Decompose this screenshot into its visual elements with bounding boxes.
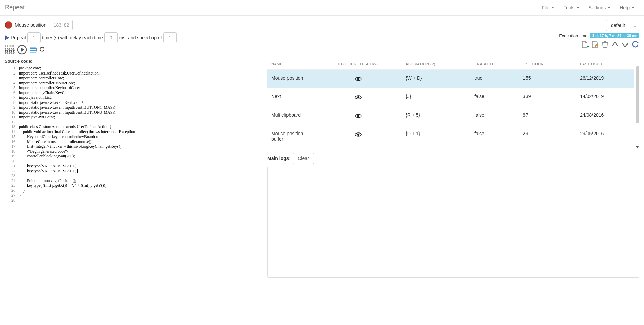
play-icon[interactable] xyxy=(5,35,9,40)
svg-marker-16 xyxy=(637,41,639,44)
tasks-panel: NAME ID (CLICK TO SHOW) ACTIVATION (?) E… xyxy=(267,59,639,278)
default-profile-button[interactable]: default xyxy=(606,20,630,31)
eye-icon[interactable] xyxy=(354,94,362,101)
clear-logs-button[interactable]: Clear xyxy=(293,153,314,164)
svg-marker-0 xyxy=(5,22,12,28)
content-split: Source code: 123456789101112131415161718… xyxy=(5,59,639,278)
default-profile-dropdown[interactable] xyxy=(630,20,639,31)
menu-file-label: File xyxy=(542,5,549,10)
cell-activation: {D + 1} xyxy=(402,125,470,147)
caret-down-icon xyxy=(577,7,579,8)
svg-point-18 xyxy=(357,96,359,98)
ms-label: ms, and speed up of xyxy=(119,35,162,40)
cell-use-count: 29 xyxy=(519,125,576,147)
menu-help[interactable]: Help xyxy=(615,5,639,10)
repeat-count-input[interactable] xyxy=(27,32,41,43)
cell-name: Mult clipboard xyxy=(267,107,314,125)
navbar: Repeat File Tools Settings Help xyxy=(0,0,644,16)
table-row[interactable]: Mouse position{W + D}true15526/12/2019 xyxy=(267,70,634,88)
exec-time-row: Execution time: 1 d, 17 h, 7 m, 57 s, 38… xyxy=(559,33,639,38)
cell-activation: {R + 5} xyxy=(402,107,470,125)
cell-id[interactable] xyxy=(314,70,402,88)
mouse-position-label: Mouse position: xyxy=(15,22,48,28)
eye-icon[interactable] xyxy=(354,75,362,83)
table-row[interactable]: Mult clipboard{R + 5}false8724/08/2016 xyxy=(267,107,634,125)
menu-file[interactable]: File xyxy=(537,5,559,10)
svg-marker-1 xyxy=(5,36,9,40)
table-row[interactable]: Next{J}false33914/02/2019 xyxy=(267,88,634,107)
cell-name: Next xyxy=(267,88,314,107)
code-body[interactable]: package core;import core.userDefinedTask… xyxy=(18,66,261,203)
exec-time-label: Execution time: xyxy=(559,33,589,38)
exec-time-badge: 1 d, 17 h, 7 m, 57 s, 38 ms xyxy=(590,33,639,38)
svg-marker-14 xyxy=(612,42,618,46)
task-table: NAME ID (CLICK TO SHOW) ACTIVATION (?) E… xyxy=(267,59,634,147)
cell-use-count: 87 xyxy=(519,107,576,125)
cell-id[interactable] xyxy=(314,107,402,125)
svg-rect-6 xyxy=(30,50,36,51)
cell-enabled: false xyxy=(470,125,519,147)
task-toolbar: + xyxy=(581,40,639,49)
col-use-count: USE COUNT xyxy=(519,59,576,70)
col-activation: ACTIVATION (?) xyxy=(402,59,470,70)
edit-task-icon[interactable] xyxy=(591,40,599,49)
caret-down-icon xyxy=(608,7,610,8)
compile-run-icon[interactable] xyxy=(17,45,27,55)
table-header-row: NAME ID (CLICK TO SHOW) ACTIVATION (?) E… xyxy=(267,59,634,70)
svg-marker-9 xyxy=(43,47,44,49)
mouse-position-row: Mouse position: xyxy=(5,20,177,30)
cell-id[interactable] xyxy=(314,125,402,147)
top-controls: Mouse position: Repeat times(s) with del… xyxy=(5,20,639,55)
delay-input[interactable] xyxy=(104,32,118,43)
record-icon[interactable] xyxy=(5,21,13,29)
format-code-icon[interactable] xyxy=(28,45,38,54)
move-up-icon[interactable] xyxy=(611,40,619,49)
col-name: NAME xyxy=(267,59,314,70)
menu-help-label: Help xyxy=(620,5,630,10)
logs-box[interactable] xyxy=(267,167,639,278)
repeat-row: Repeat times(s) with delay each time ms,… xyxy=(5,32,177,43)
cell-last-used: 14/02/2019 xyxy=(576,88,634,107)
svg-point-17 xyxy=(357,78,359,80)
menu-settings-label: Settings xyxy=(589,5,606,10)
code-editor[interactable]: 1234567891011121314151617181920212223242… xyxy=(5,66,261,203)
svg-marker-15 xyxy=(622,43,628,47)
scrollbar[interactable] xyxy=(636,66,639,123)
cell-use-count: 155 xyxy=(519,70,576,88)
cell-id[interactable] xyxy=(314,88,402,107)
delete-task-icon[interactable] xyxy=(601,40,609,49)
main-logs-label: Main logs: xyxy=(267,156,291,161)
mouse-position-input[interactable] xyxy=(50,20,73,30)
code-gutter: 1234567891011121314151617181920212223242… xyxy=(5,66,18,203)
binary-icon: 11001 10101 01010 xyxy=(5,45,15,55)
new-task-icon[interactable]: + xyxy=(581,40,589,49)
cell-name: Mouse position xyxy=(267,70,314,88)
times-label: times(s) with delay each time xyxy=(42,35,103,40)
eye-icon[interactable] xyxy=(354,112,362,120)
cell-last-used: 24/08/2016 xyxy=(576,107,634,125)
speed-input[interactable] xyxy=(163,32,177,43)
menu-settings[interactable]: Settings xyxy=(584,5,615,10)
menu-tools[interactable]: Tools xyxy=(559,5,584,10)
svg-point-20 xyxy=(357,134,359,136)
cell-use-count: 339 xyxy=(519,88,576,107)
svg-text:+: + xyxy=(587,44,589,49)
repeat-label: Repeat xyxy=(11,35,26,40)
reload-tasks-icon[interactable] xyxy=(631,40,639,49)
svg-marker-3 xyxy=(21,47,24,52)
move-down-icon[interactable] xyxy=(621,40,629,49)
table-row[interactable]: Mouse position buffer{D + 1}false2929/05… xyxy=(267,125,634,147)
table-dropdown-icon[interactable] xyxy=(635,145,639,149)
caret-down-icon xyxy=(632,7,634,8)
svg-marker-8 xyxy=(36,46,37,53)
navbar-menu: File Tools Settings Help xyxy=(537,5,639,10)
col-last-used: LAST USED xyxy=(576,59,634,70)
caret-down-icon xyxy=(634,26,636,27)
navbar-brand[interactable]: Repeat xyxy=(5,4,25,11)
cell-activation: {J} xyxy=(402,88,470,107)
svg-rect-4 xyxy=(30,47,36,48)
main-panel: Mouse position: Repeat times(s) with del… xyxy=(0,16,644,282)
refresh-icon[interactable] xyxy=(39,47,45,53)
eye-icon[interactable] xyxy=(354,131,362,138)
top-controls-left: Mouse position: Repeat times(s) with del… xyxy=(5,20,177,55)
